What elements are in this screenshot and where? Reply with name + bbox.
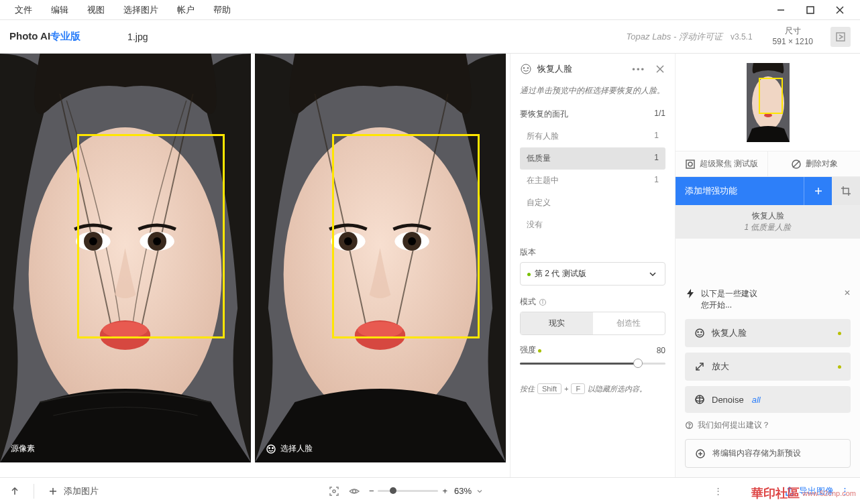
bolt-icon xyxy=(685,288,696,299)
add-plus-button[interactable] xyxy=(804,177,832,205)
menu-view[interactable]: 视图 xyxy=(78,1,114,19)
preview-original[interactable]: 源像素 xyxy=(0,54,251,462)
suggestion-denoise[interactable]: Denoiseall xyxy=(685,386,851,413)
current-enhancement[interactable]: 恢复人脸 1 低质量人脸 xyxy=(676,205,860,239)
kbd-f: F xyxy=(571,383,585,394)
center-panel: 恢复人脸 ••• 通过单击预览中的框选择要恢复的人脸。 要恢复的面孔 1/1 所… xyxy=(510,54,675,477)
export-button[interactable]: 导出图像 xyxy=(731,485,834,497)
face-icon xyxy=(520,63,532,75)
menu-account[interactable]: 帐户 xyxy=(168,1,204,19)
svg-point-60 xyxy=(333,490,335,493)
panel-more-button[interactable]: ••• xyxy=(632,64,645,74)
svg-point-25 xyxy=(267,445,275,453)
close-button[interactable] xyxy=(825,0,855,20)
menu-edit[interactable]: 编辑 xyxy=(42,1,78,19)
svg-point-29 xyxy=(523,68,525,69)
more-options-button[interactable]: ⋮ xyxy=(714,486,724,496)
bottombar-left: 添加图片 xyxy=(9,484,99,499)
zoom-percentage[interactable]: 63% xyxy=(454,486,472,496)
save-preset-button[interactable]: 将编辑内容存储为新预设 xyxy=(685,439,851,468)
suggestions-help-link[interactable]: 我们如何提出建议？ xyxy=(685,420,851,431)
globe-icon xyxy=(694,394,705,405)
mode-real-button[interactable]: 现实 xyxy=(521,312,593,334)
kbd-shift: Shift xyxy=(537,383,561,394)
expand-icon xyxy=(694,361,705,372)
thumbnail-face-box xyxy=(759,78,783,114)
svg-point-28 xyxy=(521,64,531,74)
face-option-none[interactable]: 没有 xyxy=(520,214,665,236)
dimensions-label: 尺寸 xyxy=(773,26,813,37)
right-panel: 超级聚焦 测试版 删除对象 添加增强功能 恢复人脸 1 低质量人脸 以下是一些建… xyxy=(675,54,860,477)
mode-toggle: 现实 创造性 xyxy=(520,312,665,335)
thumbnail-area xyxy=(676,54,860,151)
suggestion-upscale[interactable]: 放大 xyxy=(685,353,851,381)
panel-close-button[interactable] xyxy=(655,64,665,74)
svg-point-26 xyxy=(269,447,270,448)
menu-help[interactable]: 帮助 xyxy=(204,1,240,19)
status-dot-icon xyxy=(538,349,541,353)
svg-line-48 xyxy=(696,363,703,370)
crop-button[interactable] xyxy=(832,177,860,205)
mode-creative-button[interactable]: 创造性 xyxy=(593,312,665,334)
svg-point-61 xyxy=(352,489,356,493)
auto-focus-icon[interactable] xyxy=(329,486,339,497)
face-option-insubject[interactable]: 在主题中1 xyxy=(520,170,665,192)
eraser-icon xyxy=(791,159,802,170)
face-option-custom[interactable]: 自定义 xyxy=(520,192,665,214)
strength-label: 强度 xyxy=(520,344,545,356)
dimensions-value: 591 × 1210 xyxy=(773,37,813,48)
question-icon xyxy=(685,421,694,430)
queue-button[interactable] xyxy=(830,27,851,47)
export-more-button[interactable]: ⋮ xyxy=(841,486,851,496)
license-area: Topaz Labs - 浮动许可证 v3.5.1 尺寸 591 × 1210 xyxy=(627,26,851,47)
file-tab[interactable]: 1.jpg xyxy=(127,32,148,42)
faces-label: 要恢复的面孔 xyxy=(520,109,568,120)
strength-slider[interactable] xyxy=(520,363,665,365)
zoom-out-button[interactable]: − xyxy=(369,486,374,496)
preview-result[interactable]: 选择人脸 xyxy=(255,54,506,462)
svg-line-42 xyxy=(793,161,800,168)
panel-tip: 通过单击预览中的框选择要恢复的人脸。 xyxy=(520,84,665,97)
add-enhance-button[interactable]: 添加增强功能 xyxy=(676,177,804,205)
maximize-button[interactable] xyxy=(796,0,825,20)
slider-thumb[interactable] xyxy=(633,359,643,368)
bottombar-center: − + 63% xyxy=(329,486,484,497)
svg-point-47 xyxy=(701,332,702,332)
version-select[interactable]: 第 2 代 测试版 xyxy=(520,262,665,286)
eye-icon[interactable] xyxy=(349,486,360,497)
zoom-in-button[interactable]: + xyxy=(442,486,447,496)
export-icon xyxy=(784,486,795,497)
upload-button[interactable] xyxy=(9,486,20,497)
face-detection-box-right[interactable] xyxy=(332,134,480,338)
remove-object-button[interactable]: 删除对象 xyxy=(767,151,860,176)
add-image-button[interactable]: 添加图片 xyxy=(48,485,99,497)
plus-icon xyxy=(48,486,58,497)
chevron-down-icon[interactable] xyxy=(476,486,484,497)
preview-zone: 源像素 选择人脸 xyxy=(0,54,510,477)
face-option-lowquality[interactable]: 低质量1 xyxy=(520,147,665,170)
svg-point-53 xyxy=(689,427,690,428)
version-label: 版本 xyxy=(520,247,665,258)
suggestions-close-button[interactable]: ✕ xyxy=(844,288,851,298)
preview-label-result: 选择人脸 xyxy=(266,443,313,454)
svg-point-35 xyxy=(543,300,543,301)
superfocus-button[interactable]: 超级聚焦 测试版 xyxy=(676,151,767,176)
menu-file[interactable]: 文件 xyxy=(5,1,42,19)
focus-icon xyxy=(685,159,696,170)
zoom-slider[interactable] xyxy=(378,490,438,492)
plus-circle-icon xyxy=(695,448,706,459)
face-icon xyxy=(694,328,705,338)
thumbnail[interactable] xyxy=(747,63,790,142)
face-detection-box-left[interactable] xyxy=(77,134,225,338)
svg-rect-39 xyxy=(686,160,694,168)
faces-section-head: 要恢复的面孔 1/1 xyxy=(520,109,665,120)
keyboard-hint: 按住 Shift+ F 以隐藏所选内容。 xyxy=(520,383,665,394)
menu-select-image[interactable]: 选择图片 xyxy=(114,1,168,19)
minimize-button[interactable] xyxy=(766,0,796,20)
svg-point-45 xyxy=(696,329,704,337)
svg-point-27 xyxy=(272,447,274,448)
menubar: 文件 编辑 视图 选择图片 帐户 帮助 xyxy=(0,0,860,20)
info-icon[interactable] xyxy=(539,298,547,306)
suggestion-recover-face[interactable]: 恢复人脸 xyxy=(685,319,851,347)
face-option-all[interactable]: 所有人脸1 xyxy=(520,125,665,147)
